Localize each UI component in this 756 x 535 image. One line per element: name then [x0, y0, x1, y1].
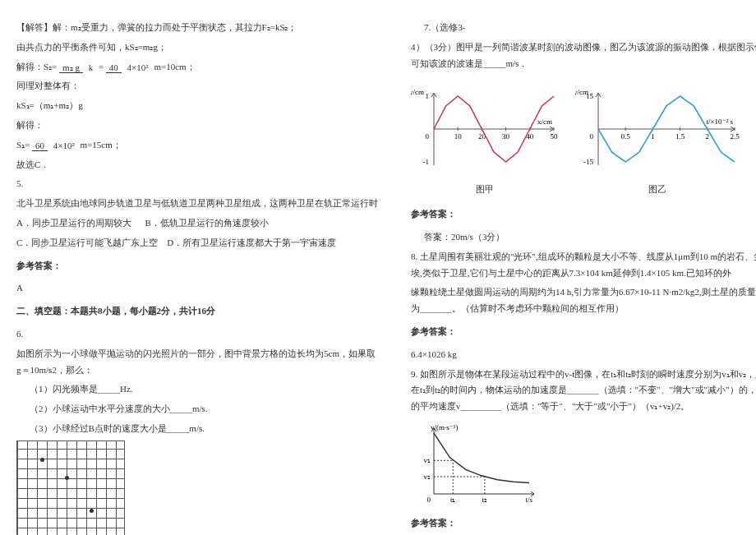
svg-text:t₂: t₂ [482, 496, 488, 504]
answer-value: 6.4×1026 kg [411, 347, 756, 363]
question-number: 5. [16, 176, 378, 192]
svg-text:2: 2 [706, 132, 710, 141]
sub-question-3: （3）小球经过B点时的速度大小是_____m/s. [16, 421, 378, 437]
page: 【解答】解：m₂受重力，弹簧的拉力而处于平衡状态，其拉力F₂=kS₂； 由共点力… [16, 16, 756, 535]
answer-label: 参考答案： [411, 515, 756, 532]
fraction: 60 4×10² [32, 141, 78, 150]
v-t-chart: t₁t₂v₁v₂0v/(m·s⁻¹)t/s [411, 418, 756, 509]
fraction: m₂ g k [59, 62, 96, 72]
svg-text:v₁: v₁ [424, 456, 431, 464]
chart-caption: 图乙 [575, 182, 740, 198]
fraction: 40 4×10² [106, 62, 152, 72]
wave-charts: 1020304050-11y/cmx/cm0 图甲 0.511.522.5-15… [411, 80, 756, 198]
solution-equation: S₁= 60 4×10² m=15cm； [16, 137, 378, 154]
svg-text:1: 1 [426, 92, 430, 100]
section-2-heading: 二、填空题：本题共8小题，每小题2分，共计16分 [16, 303, 378, 320]
solution-text: 【解答】解：m₂受重力，弹簧的拉力而处于平衡状态，其拉力F₂=kS₂； [16, 20, 378, 36]
option-c: C．同步卫星运行可能飞越广东上空 D．所有卫星运行速度都大于第一宇宙速度 [16, 235, 378, 251]
svg-text:y/cm: y/cm [411, 88, 424, 96]
left-column: 【解答】解：m₂受重力，弹簧的拉力而处于平衡状态，其拉力F₂=kS₂； 由共点力… [16, 16, 378, 535]
svg-text:v/(m·s⁻¹): v/(m·s⁻¹) [431, 423, 458, 431]
svg-text:x/cm: x/cm [537, 118, 552, 126]
svg-text:0.5: 0.5 [621, 132, 631, 141]
svg-text:10: 10 [454, 132, 463, 141]
svg-text:0: 0 [590, 132, 594, 141]
solution-line: 同理对整体有： [16, 78, 378, 95]
chart-yi: 0.511.522.5-1515y/cmt/×10⁻² s0 图乙 [575, 80, 740, 198]
answer-label: 参考答案： [411, 324, 756, 340]
svg-text:0: 0 [426, 132, 430, 141]
svg-text:1.5: 1.5 [675, 132, 685, 141]
answer-value: 答案：20m/s（3分） [411, 229, 756, 246]
svg-text:-1: -1 [423, 158, 430, 166]
svg-text:y/cm: y/cm [575, 88, 588, 96]
chart-jia: 1020304050-11y/cmx/cm0 图甲 [411, 80, 559, 198]
svg-text:t/×10⁻² s: t/×10⁻² s [706, 118, 733, 126]
svg-text:t₁: t₁ [450, 496, 456, 504]
solution-line: 解得： [16, 118, 378, 134]
solution-conclusion: 故选C． [16, 157, 378, 173]
svg-text:30: 30 [502, 132, 510, 141]
question-text: 如图所示为一小球做平抛运动的闪光照片的一部分，图中背景方格的边长均为5cm，如果… [16, 346, 378, 379]
svg-text:0: 0 [427, 496, 431, 504]
question-9: 9. 如图所示是物体在某段运动过程中的v-t图像，在t₁和t₂时刻的瞬时速度分别… [411, 367, 756, 415]
dot [40, 458, 44, 462]
svg-text:v₂: v₂ [424, 473, 431, 481]
svg-text:50: 50 [551, 132, 559, 141]
answer-value: A [16, 280, 378, 297]
wave-time-chart: 0.511.522.5-1515y/cmt/×10⁻² s0 [575, 80, 740, 178]
solution-line: kS₁=（m₁+m₂）g [16, 98, 378, 114]
solution-equation: 解得：S₂= m₂ g k = 40 4×10² m=10cm； [16, 59, 378, 76]
svg-text:1: 1 [651, 132, 655, 141]
dot [65, 476, 69, 480]
question-text: 北斗卫星系统由地球同步轨道卫星与低轨道卫星两种卫星组成，这两种卫星在轨正常运行时 [16, 196, 378, 212]
solution-line: 由共点力的平衡条件可知，kS₂=m₂g； [16, 39, 378, 56]
question-number: 6. [16, 326, 378, 343]
strobe-photo-grid [16, 440, 125, 535]
v-t-curve: t₁t₂v₁v₂0v/(m·s⁻¹)t/s [411, 418, 542, 509]
question-text: 4）（3分）图甲是一列简谐波某时刻的波动图像，图乙为该波源的振动图像．根据图示信… [411, 39, 756, 72]
answer-label: 参考答案： [411, 206, 756, 223]
wave-position-chart: 1020304050-11y/cmx/cm0 [411, 80, 559, 178]
svg-text:t/s: t/s [525, 496, 532, 504]
question-number: 7.（选修3- [411, 20, 756, 36]
answer-label: 参考答案： [16, 258, 378, 274]
svg-text:-15: -15 [583, 158, 593, 166]
sub-question-2: （2）小球运动中水平分速度的大小_____m/s. [16, 401, 378, 417]
option-a: A．同步卫星运行的周期较大 B．低轨卫星运行的角速度较小 [16, 215, 378, 232]
dot [90, 509, 94, 513]
question-text: 8. 土星周围有美丽壮观的"光环",组成环的颗粒是大小不等、线度从1μm到10 … [411, 249, 756, 282]
sub-question-1: （1）闪光频率是_____Hz. [16, 381, 378, 398]
chart-caption: 图甲 [411, 182, 559, 198]
right-column: 7.（选修3- 4）（3分）图甲是一列简谐波某时刻的波动图像，图乙为该波源的振动… [411, 16, 756, 535]
question-text: 缘颗粒绕土星做圆周运动的周期约为14 h,引力常量为6.67×10-11 N·m… [411, 284, 756, 317]
svg-text:2.5: 2.5 [730, 132, 740, 141]
